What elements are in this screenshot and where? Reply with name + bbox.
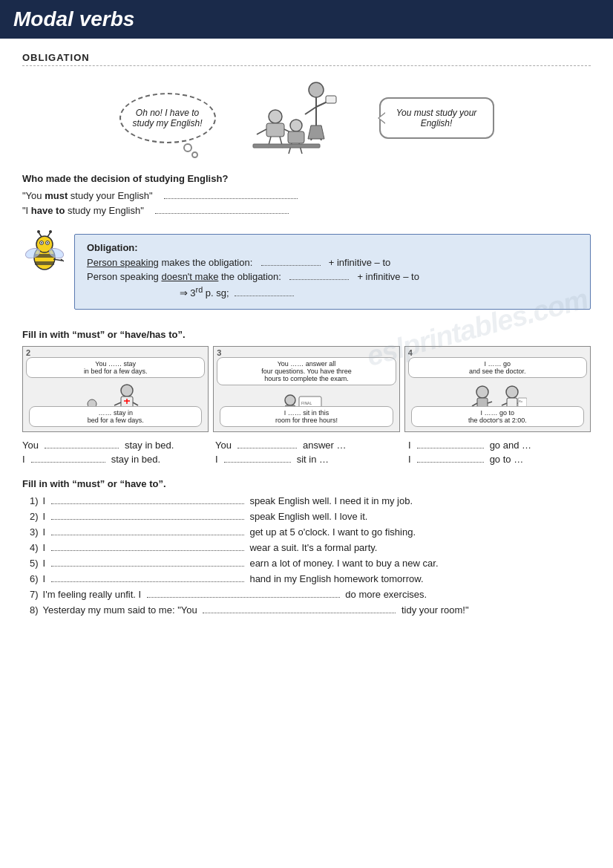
svg-line-12 [257, 129, 266, 134]
ex-row-2-1: Youanswer … [215, 440, 398, 451]
svg-point-54 [476, 386, 488, 398]
must-dots [164, 198, 298, 199]
item-8-num: 8) [30, 604, 39, 616]
item-2-num: 2) [30, 511, 39, 522]
svg-point-0 [309, 82, 324, 97]
info-row-2: Person speaking doesn't make the obligat… [87, 271, 578, 282]
info-row-3: ⇒ 3rd p. sg; [102, 285, 578, 298]
item-5-num: 5) [30, 558, 39, 569]
have-to-line: "I have to study my English" [22, 205, 591, 216]
item-7-num: 7) [30, 589, 39, 600]
comics-strip: 2 You …… stayin bed for a few days. [22, 346, 591, 432]
svg-point-50 [285, 395, 295, 405]
info-row-1: Person speaking makes the obligation: + … [87, 257, 578, 268]
teacher-student-illustration [238, 74, 357, 163]
svg-rect-18 [253, 144, 320, 148]
svg-point-28 [37, 230, 40, 233]
svg-line-37 [114, 402, 121, 405]
svg-line-2 [305, 107, 316, 114]
list-item-5: 5) I earn a lot of money. I want to buy … [30, 558, 591, 569]
fill-in-2-list: 1) I speak English well. I need it in my… [30, 495, 591, 616]
list-item-2: 2) I speak English well. I love it. [30, 511, 591, 522]
list-item-3: 3) I get up at 5 o'clock. I want to go f… [30, 526, 591, 538]
obligation-question: Who made the decision of studying Englis… [22, 173, 591, 184]
illustration-area: Oh no! I have to study my English! [22, 74, 591, 163]
ex-col-3: Igo and … Igo to … [408, 440, 591, 468]
ex-row-3-2: Igo to … [408, 454, 591, 465]
svg-marker-7 [308, 125, 324, 139]
svg-rect-4 [326, 96, 336, 103]
item-3-num: 3) [30, 526, 39, 538]
obligation-info-box: Obligation: Person speaking makes the ob… [74, 234, 591, 310]
ex-row-1-1: Youstay in bed. [22, 440, 205, 451]
svg-rect-15 [288, 131, 304, 143]
svg-point-30 [49, 230, 52, 233]
svg-rect-9 [266, 123, 284, 137]
page-title: Modal verbs [0, 0, 613, 39]
svg-line-62 [502, 403, 507, 405]
ex-row-3-1: Igo and … [408, 440, 591, 451]
svg-point-35 [121, 385, 133, 397]
bee-info-area: Obligation: Person speaking makes the ob… [22, 225, 591, 319]
bee-svg [25, 229, 64, 274]
ex-col-2: Youanswer … Isit in … [215, 440, 398, 468]
bee-icon [22, 225, 67, 274]
list-item-1: 1) I speak English well. I need it in my… [30, 495, 591, 506]
list-item-7: 7) I'm feeling really unfit. I do more e… [30, 589, 591, 600]
fill-in-1-label: Fill in with “must” or “have/has to”. [22, 329, 591, 340]
comic-panel-2: 2 You …… stayin bed for a few days. [22, 346, 209, 432]
svg-point-60 [506, 386, 518, 398]
must-quote: "You must study your English" [22, 190, 153, 201]
have-to-quote: "I have to study my English" [22, 205, 144, 216]
svg-point-25 [41, 242, 42, 244]
svg-text:Rx: Rx [519, 399, 522, 403]
info-box-title: Obligation: [87, 242, 578, 253]
item-1-num: 1) [30, 495, 39, 506]
svg-line-57 [488, 402, 492, 403]
speech-bubble: You must study your English! [379, 97, 494, 139]
svg-point-14 [290, 120, 302, 131]
item-4-num: 4) [30, 542, 39, 553]
comic-panel-4: 4 I …… goand see the doctor. [404, 346, 591, 432]
svg-rect-21 [35, 261, 54, 265]
must-line: "You must study your English" [22, 190, 591, 201]
svg-point-26 [47, 242, 48, 244]
ex-row-1-2: Istay in bed. [22, 454, 205, 465]
illustration-svg [238, 74, 357, 163]
item-6-num: 6) [30, 573, 39, 584]
ex-col-1: Youstay in bed. Istay in bed. [22, 440, 205, 468]
list-item-6: 6) I hand in my English homework tomorro… [30, 573, 591, 584]
list-item-8: 8) Yesterday my mum said to me: "You tid… [30, 604, 591, 616]
obligation-heading: Obligation [22, 52, 591, 66]
list-item-4: 4) I wear a suit. It's a formal party. [30, 542, 591, 553]
svg-point-8 [269, 110, 282, 123]
ex-row-2-2: Isit in … [215, 454, 398, 465]
comic-panel-3: 3 You …… answer allfour questions. You h… [213, 346, 399, 432]
fill-in-1-rows: Youstay in bed. Istay in bed. Youanswer … [22, 440, 591, 468]
have-to-dots [155, 213, 289, 214]
thought-bubble: Oh no! I have to study my English! [119, 93, 216, 143]
svg-line-38 [133, 402, 138, 405]
fill-in-2-label: Fill in with “must” or “have to”. [22, 478, 591, 489]
